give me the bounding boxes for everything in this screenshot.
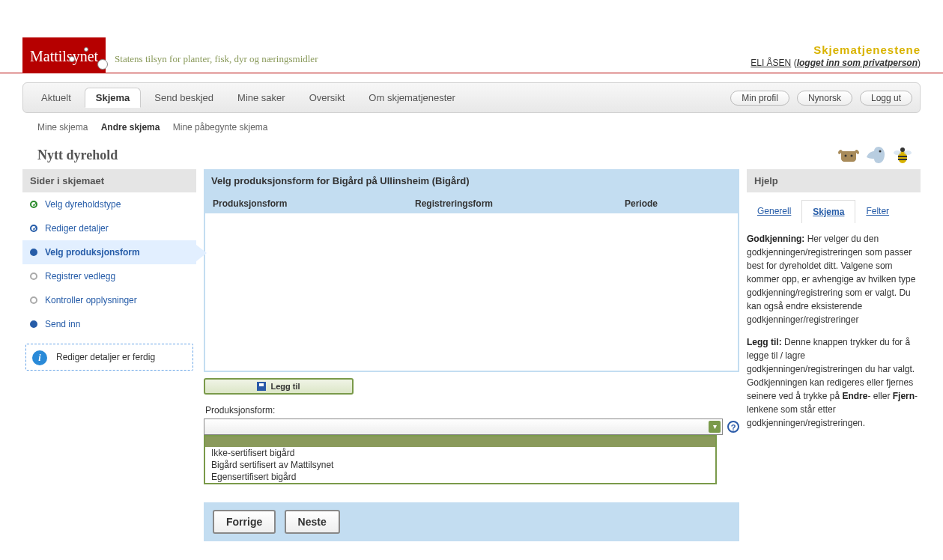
pill-logg-ut[interactable]: Logg ut xyxy=(860,91,912,106)
step-label: Send inn xyxy=(45,319,80,329)
th-produksjonsform: Produksjonsform xyxy=(213,198,415,209)
production-form-table: Produksjonsform Registreringsform Period… xyxy=(204,192,739,372)
help-icon[interactable]: ? xyxy=(727,421,739,433)
produksjonsform-label: Produksjonsform: xyxy=(205,405,739,416)
step-label: Velg dyreholdstype xyxy=(45,199,121,210)
bee-icon xyxy=(891,142,915,166)
step-velg-produksjonsform[interactable]: Velg produksjonsform xyxy=(22,240,196,264)
svg-rect-4 xyxy=(898,156,907,157)
next-button[interactable]: Neste xyxy=(285,510,340,534)
dropdown-option[interactable]: Egensertifisert bigård xyxy=(205,471,715,483)
help-para2-b2: Fjern xyxy=(893,391,915,401)
logo: Mattilsynet xyxy=(22,37,106,73)
animal-icons xyxy=(837,142,915,166)
chevron-down-icon: ▾ xyxy=(709,421,721,433)
subtab-andre-skjema[interactable]: Andre skjema xyxy=(101,122,160,133)
help-tab-felter[interactable]: Felter xyxy=(855,200,900,223)
svg-rect-5 xyxy=(898,159,907,160)
th-periode: Periode xyxy=(625,198,730,209)
main-tabbar: Aktuelt Skjema Send beskjed Mine saker O… xyxy=(22,82,921,113)
tab-oversikt[interactable]: Oversikt xyxy=(299,88,356,107)
tab-send-beskjed[interactable]: Send beskjed xyxy=(144,88,224,107)
add-button-label: Legg til xyxy=(270,382,300,391)
tab-aktuelt[interactable]: Aktuelt xyxy=(31,88,82,107)
info-icon: i xyxy=(32,350,47,365)
sub-tabbar: Mine skjema Andre skjema Mine påbegynte … xyxy=(22,118,921,137)
step-rediger-detaljer[interactable]: Rediger detaljer xyxy=(22,216,196,240)
user-name-link[interactable]: ELI ÅSEN xyxy=(751,58,791,68)
sidebar-header: Sider i skjemaet xyxy=(22,169,196,192)
help-body: Godkjenning: Her velger du den godkjenni… xyxy=(747,232,921,430)
table-body-empty xyxy=(205,213,738,371)
help-tab-skjema[interactable]: Skjema xyxy=(801,200,855,223)
produksjonsform-dropdown: Ikke-sertifisert bigård Bigård sertifise… xyxy=(204,435,717,484)
step-label: Registrer vedlegg xyxy=(45,271,115,281)
pill-nynorsk[interactable]: Nynorsk xyxy=(797,91,852,106)
user-status-line: ELI ÅSEN (logget inn som privatperson) xyxy=(751,58,921,68)
help-tab-generell[interactable]: Generell xyxy=(747,200,801,223)
tab-mine-saker[interactable]: Mine saker xyxy=(227,88,296,107)
help-para1-text: Her velger du den godkjenningen/registre… xyxy=(747,234,915,325)
help-para2-mid: - eller xyxy=(867,391,892,401)
help-para2-label: Legg til: xyxy=(747,337,782,347)
step-label: Kontroller opplysninger xyxy=(45,295,137,305)
step-send-inn[interactable]: Send inn xyxy=(22,312,196,336)
subtab-mine-skjema[interactable]: Mine skjema xyxy=(37,122,88,133)
bird-icon xyxy=(864,142,888,166)
produksjonsform-select[interactable]: ▾ xyxy=(204,419,723,435)
svg-point-1 xyxy=(851,155,853,157)
help-header: Hjelp xyxy=(747,169,921,192)
prev-button[interactable]: Forrige xyxy=(213,510,276,534)
svg-point-6 xyxy=(894,150,901,155)
dropdown-option[interactable]: Bigård sertifisert av Mattilsynet xyxy=(205,459,715,471)
nav-bar: Forrige Neste xyxy=(204,502,739,541)
svg-point-0 xyxy=(845,155,847,157)
cow-icon xyxy=(837,142,861,166)
help-para2-b1: Endre xyxy=(842,391,867,401)
save-icon xyxy=(257,382,266,391)
help-para1-label: Godkjenning: xyxy=(747,234,804,244)
subtitle: Statens tilsyn for planter, fisk, dyr og… xyxy=(106,53,318,73)
svg-point-8 xyxy=(900,147,905,152)
step-label: Rediger detaljer xyxy=(45,223,109,234)
step-registrer-vedlegg[interactable]: Registrer vedlegg xyxy=(22,264,196,288)
step-kontroller-opplysninger[interactable]: Kontroller opplysninger xyxy=(22,288,196,312)
dropdown-option[interactable]: Ikke-sertifisert bigård xyxy=(205,447,715,459)
step-velg-dyreholdstype[interactable]: Velg dyreholdstype xyxy=(22,192,196,216)
info-box: i Rediger detaljer er ferdig xyxy=(25,344,193,371)
th-registreringsform: Registreringsform xyxy=(415,198,625,209)
info-message: Rediger detaljer er ferdig xyxy=(56,352,155,362)
svg-point-2 xyxy=(879,150,882,153)
section-title: Velg produksjonsform for Bigård på Ullin… xyxy=(204,169,739,192)
subtab-mine-pabegynte[interactable]: Mine påbegynte skjema xyxy=(173,122,268,133)
pill-min-profil[interactable]: Min profil xyxy=(730,91,789,106)
tab-om-skjematjenester[interactable]: Om skjematjenester xyxy=(358,88,466,107)
service-title: Skjematjenestene xyxy=(751,43,921,56)
page-title: Nytt dyrehold xyxy=(37,147,118,163)
svg-point-7 xyxy=(904,150,912,155)
login-status-link[interactable]: logget inn som privatperson xyxy=(797,58,918,68)
step-label: Velg produksjonsform xyxy=(45,247,140,258)
tab-skjema[interactable]: Skjema xyxy=(85,88,142,108)
add-button[interactable]: Legg til xyxy=(204,378,354,395)
